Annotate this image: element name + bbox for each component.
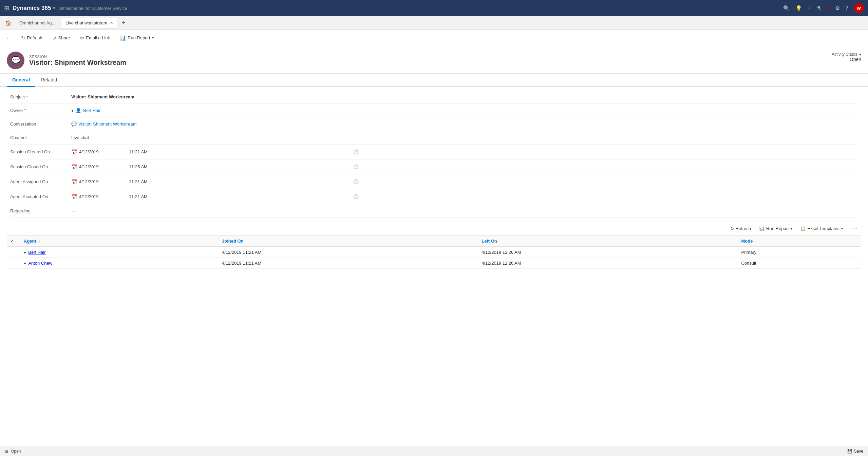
- calendar-icon-3: 📅: [71, 179, 77, 185]
- grid-run-report-chevron: ▾: [791, 227, 792, 230]
- status-icon: ●: [826, 5, 830, 11]
- channel-label: Channel: [10, 135, 71, 140]
- bert-status-dot: ●: [24, 250, 26, 255]
- email-link-label: Email a Link: [86, 35, 110, 40]
- grid-icon[interactable]: ⊞: [4, 4, 9, 12]
- subject-label-text: Subject: [10, 94, 25, 99]
- grid-row-anton-agent: ● Anton Chew: [20, 258, 219, 269]
- subject-value: Visitor: Shipment Workstream: [71, 94, 858, 99]
- grid-row-bert-left: 4/12/2019 11:26 AM: [478, 247, 738, 258]
- tab-omnichannel-label: Omnichannel Ag...: [19, 20, 55, 25]
- owner-label: Owner *: [10, 108, 71, 113]
- session-created-time-wrap[interactable]: 11:21 AM 🕐: [129, 149, 359, 154]
- grid-more-button[interactable]: ⋯: [849, 224, 859, 233]
- grid-run-report-button[interactable]: 📊 Run Report ▾: [757, 225, 794, 232]
- tab-general[interactable]: General: [7, 74, 35, 87]
- refresh-label: Refresh: [27, 35, 42, 40]
- session-closed-date: 4/12/2019: [79, 164, 99, 169]
- avatar[interactable]: W: [854, 3, 864, 13]
- close-tab-icon[interactable]: ✕: [110, 21, 113, 25]
- agent-assigned-date: 4/12/2019: [79, 179, 99, 184]
- calendar-icon-2: 📅: [71, 164, 77, 170]
- agent-accepted-date-wrap[interactable]: 📅 4/12/2019: [71, 194, 126, 200]
- agent-accepted-time: 11:21 AM: [129, 194, 148, 199]
- page-header: 💬 SESSION Visitor: Shipment Workstream A…: [0, 46, 868, 74]
- page-header-right: Activity Status ● Open: [832, 52, 861, 62]
- grid-row-anton-check[interactable]: [7, 258, 20, 269]
- session-closed-time-wrap[interactable]: 11:26 AM 🕐: [129, 164, 359, 169]
- top-nav-right: 🔍 💡 + ⚗ ● ⚙ ? W: [783, 3, 864, 13]
- conversation-link[interactable]: 💬 Visitor: Shipment Workstream: [71, 121, 136, 127]
- owner-required: *: [24, 109, 26, 112]
- app-title-chevron[interactable]: ▾: [53, 6, 55, 11]
- grid-row-anton-joined: 4/12/2019 11:21 AM: [219, 258, 478, 269]
- refresh-icon: ↻: [21, 35, 25, 41]
- grid-col-mode[interactable]: Mode: [738, 236, 861, 247]
- page-header-left: 💬 SESSION Visitor: Shipment Workstream: [7, 52, 126, 69]
- grid-row-bert-mode: Primary: [738, 247, 861, 258]
- search-icon[interactable]: 🔍: [783, 5, 790, 12]
- grid-excel-chevron: ▾: [841, 227, 843, 230]
- session-created-value: 📅 4/12/2019 11:21 AM 🕐: [71, 149, 858, 155]
- grid-check-header[interactable]: ✓: [7, 236, 20, 247]
- session-closed-value: 📅 4/12/2019 11:26 AM 🕐: [71, 164, 858, 170]
- help-icon[interactable]: ?: [845, 5, 848, 11]
- anton-chew-link[interactable]: Anton Chew: [28, 261, 52, 266]
- tab-related[interactable]: Related: [35, 74, 62, 87]
- channel-value-text: Live chat: [71, 135, 89, 140]
- grid-run-report-icon: 📊: [759, 226, 765, 231]
- share-button[interactable]: ↗ Share: [51, 34, 72, 42]
- tab-live-chat-workstream[interactable]: Live chat workstream ✕: [61, 18, 117, 28]
- session-closed-date-wrap[interactable]: 📅 4/12/2019: [71, 164, 126, 170]
- agent-assigned-date-wrap[interactable]: 📅 4/12/2019: [71, 179, 126, 185]
- assist-icon[interactable]: 💡: [795, 5, 802, 12]
- grid-row-anton[interactable]: ● Anton Chew 4/12/2019 11:21 AM 4/12/201…: [7, 258, 861, 269]
- grid-row-bert[interactable]: ● Bert Hair 4/12/2019 11:21 AM 4/12/2019…: [7, 247, 861, 258]
- grid-row-bert-check[interactable]: [7, 247, 20, 258]
- top-navigation: ⊞ Dynamics 365 ▾ Omnichannel for Custome…: [0, 0, 868, 16]
- app-subtitle: Omnichannel for Customer Service: [58, 6, 127, 11]
- time-icon: 🕐: [353, 149, 359, 154]
- activity-status-label: Activity Status: [832, 52, 857, 57]
- agent-accepted-time-wrap[interactable]: 11:21 AM 🕐: [129, 194, 359, 199]
- bert-hair-link[interactable]: Bert Hair: [28, 250, 45, 255]
- tab-omnichannel[interactable]: Omnichannel Ag...: [15, 18, 60, 28]
- activity-status-value: Open: [832, 57, 861, 62]
- agents-grid: ✓ Agent ↑ Joined On Left On Mode: [7, 236, 861, 269]
- owner-value: ● 👤 Bert Hair: [71, 108, 858, 113]
- grid-toolbar: ↻ Refresh 📊 Run Report ▾ 📋 Excel Templat…: [7, 221, 861, 236]
- owner-user-icon: 👤: [76, 108, 81, 113]
- col-mode-label: Mode: [741, 239, 753, 244]
- run-report-button[interactable]: 📊 Run Report ▾: [118, 34, 155, 42]
- email-link-button[interactable]: ✉ Email a Link: [78, 34, 112, 42]
- session-created-date-wrap[interactable]: 📅 4/12/2019: [71, 149, 126, 155]
- col-joined-label: Joined On: [222, 239, 244, 244]
- grid-excel-button[interactable]: 📋 Excel Templates ▾: [798, 225, 845, 232]
- share-label: Share: [58, 35, 70, 40]
- grid-refresh-label: Refresh: [736, 226, 751, 231]
- grid-run-report-label: Run Report: [766, 226, 789, 231]
- plus-icon[interactable]: +: [808, 5, 811, 11]
- grid-col-left-on[interactable]: Left On: [478, 236, 738, 247]
- settings-icon[interactable]: ⚙: [835, 5, 840, 12]
- check-icon: ✓: [10, 239, 14, 244]
- owner-link[interactable]: Bert Hair: [83, 108, 100, 113]
- grid-row-bert-agent: ● Bert Hair: [20, 247, 219, 258]
- filter-icon[interactable]: ⚗: [816, 5, 821, 12]
- home-button[interactable]: 🏠: [3, 18, 14, 28]
- back-button[interactable]: ←: [5, 34, 13, 42]
- add-tab-button[interactable]: +: [119, 18, 128, 28]
- calendar-icon: 📅: [71, 149, 77, 155]
- agent-accepted-value: 📅 4/12/2019 11:21 AM 🕐: [71, 194, 858, 200]
- agent-assigned-time-wrap[interactable]: 11:21 AM 🕐: [129, 179, 359, 184]
- sort-icon: ↑: [39, 240, 40, 243]
- grid-col-joined-on[interactable]: Joined On: [219, 236, 478, 247]
- grid-refresh-button[interactable]: ↻ Refresh: [728, 225, 753, 232]
- form-section: Subject * Visitor: Shipment Workstream O…: [0, 87, 868, 221]
- grid-col-agent[interactable]: Agent ↑: [20, 236, 219, 247]
- refresh-button[interactable]: ↻ Refresh: [19, 34, 44, 42]
- toolbar: ← ↻ Refresh ↗ Share ✉ Email a Link 📊 Run…: [0, 30, 868, 46]
- conversation-value: 💬 Visitor: Shipment Workstream: [71, 121, 858, 127]
- field-row-regarding: Regarding ---: [10, 204, 858, 218]
- time-icon-4: 🕐: [353, 194, 359, 199]
